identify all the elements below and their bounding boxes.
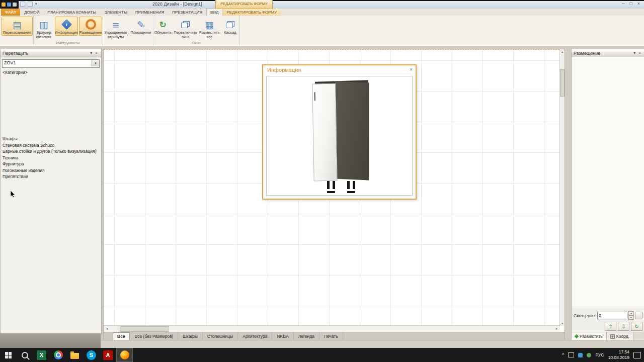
cabinet-handle bbox=[314, 92, 315, 101]
information-window-titlebar[interactable]: Информация × bbox=[263, 65, 416, 75]
tray-display-icon[interactable] bbox=[568, 352, 574, 357]
tab-view[interactable]: ВИД bbox=[206, 9, 223, 16]
list-item[interactable]: Барные стойки и другое (Только визуализа… bbox=[1, 148, 101, 155]
panel-close-icon[interactable]: × bbox=[94, 51, 99, 55]
title-bar: ▾ 2020 Дизайн - [Design1] РЕДАКТИРОВАТЬ … bbox=[0, 0, 644, 9]
cascade-icon bbox=[226, 18, 234, 31]
taskbar-clock[interactable]: 17:54 10.08.2019 bbox=[608, 349, 629, 360]
drag-panel-title: Перетащить bbox=[3, 51, 89, 56]
close-button[interactable]: × bbox=[637, 1, 640, 6]
list-item[interactable]: Фурнитура bbox=[1, 161, 101, 167]
application-window: ▾ 2020 Дизайн - [Design1] РЕДАКТИРОВАТЬ … bbox=[0, 0, 644, 362]
tab-room-planning[interactable]: ПЛАНИРОВКА КОМНАТЫ bbox=[44, 9, 101, 16]
save-icon[interactable] bbox=[13, 3, 17, 7]
maximize-button[interactable]: □ bbox=[629, 1, 632, 6]
cascade-button[interactable]: Каскад bbox=[221, 17, 239, 36]
sheet-tab-cabinets[interactable]: Шкафы bbox=[178, 332, 203, 340]
information-button[interactable]: i Информация bbox=[55, 17, 78, 36]
tab-place[interactable]: Разместить bbox=[572, 332, 607, 340]
placement-action-button[interactable]: ↻ bbox=[631, 322, 642, 331]
clock-date: 10.08.2019 bbox=[608, 355, 629, 360]
catalog-browser-button[interactable]: ▥ Браузер каталога bbox=[34, 17, 54, 40]
offset-extra-button[interactable] bbox=[635, 312, 642, 319]
placement-action-button[interactable]: ⇧ bbox=[605, 322, 616, 331]
notification-center-icon[interactable] bbox=[633, 352, 641, 358]
taskbar-excel[interactable]: X bbox=[33, 348, 50, 362]
minimize-button[interactable]: – bbox=[622, 1, 624, 6]
new-file-icon[interactable] bbox=[2, 3, 6, 7]
tab-edit-form[interactable]: РЕДАКТИРОВАТЬ ФОРМУ bbox=[222, 9, 281, 16]
clock-time: 17:54 bbox=[619, 349, 629, 355]
redo-icon[interactable] bbox=[28, 2, 33, 7]
cabinet-side bbox=[335, 81, 369, 180]
tab-file[interactable]: ФАЙЛ bbox=[1, 9, 20, 16]
refresh-button[interactable]: ↻ Обновить bbox=[153, 17, 172, 36]
sheet-tab-all[interactable]: Все bbox=[113, 332, 130, 340]
quick-access-toolbar bbox=[0, 0, 19, 9]
tab-elements[interactable]: ЭЛЕМЕНТЫ bbox=[100, 9, 131, 16]
taskbar-search-button[interactable] bbox=[17, 348, 33, 362]
context-tab-header[interactable]: РЕДАКТИРОВАТЬ ФОРМУ bbox=[215, 0, 273, 9]
open-file-icon[interactable] bbox=[7, 3, 11, 7]
canvas-vertical-scrollbar[interactable]: ▴ ▾ bbox=[559, 49, 565, 326]
horizontal-scroll-thumb[interactable] bbox=[120, 326, 169, 332]
tab-presentation[interactable]: ПРЕЗЕНТАЦИЯ bbox=[168, 9, 206, 16]
drag-mode-button[interactable]: ▤ Перетаскивание bbox=[2, 17, 33, 36]
taskbar-acrobat[interactable]: A bbox=[100, 348, 116, 362]
list-item[interactable]: Техника bbox=[1, 155, 101, 161]
tray-network-icon[interactable] bbox=[578, 353, 583, 357]
tray-expand-icon[interactable]: ^ bbox=[562, 352, 565, 358]
manufacturer-dropdown[interactable]: ZOV1 ▾ bbox=[2, 59, 100, 68]
ribbon-group-tools: ▥ Браузер каталога i Информация Размещен… bbox=[33, 16, 103, 46]
panel-close-icon[interactable]: × bbox=[637, 51, 642, 55]
tab-coordinates[interactable]: Коорд. bbox=[607, 332, 633, 340]
list-item[interactable]: Стеновая система Schuco bbox=[1, 142, 101, 149]
canvas-horizontal-scrollbar[interactable]: ◂ ▸ bbox=[104, 325, 560, 332]
sheet-tab-architecture[interactable]: Архитектура bbox=[238, 332, 272, 340]
switch-windows-button[interactable]: Переключить окна bbox=[173, 17, 198, 40]
refresh-icon: ↻ bbox=[159, 18, 167, 31]
list-item[interactable]: Препятствие bbox=[1, 173, 101, 180]
sheet-tab-print[interactable]: Печать bbox=[319, 332, 343, 340]
simple-attributes-button[interactable]: ≡ Упрощенные атрибуты bbox=[103, 17, 128, 40]
assistants-button[interactable]: ✎ Помощники bbox=[129, 17, 152, 36]
system-tray: ^ РУС 17:54 10.08.2019 bbox=[562, 348, 644, 362]
drawing-area[interactable]: Информация × ▴ bbox=[104, 49, 565, 326]
scroll-down-icon[interactable]: ▾ bbox=[560, 321, 565, 326]
taskbar-skype[interactable]: S bbox=[83, 348, 100, 362]
tab-home[interactable]: ДОМОЙ bbox=[20, 9, 43, 16]
list-item[interactable]: Шкафы bbox=[1, 136, 101, 142]
panel-chevron-icon[interactable]: ▾ bbox=[89, 51, 94, 55]
information-window-close-icon[interactable]: × bbox=[410, 67, 413, 72]
undo-icon[interactable] bbox=[20, 2, 25, 7]
offset-input[interactable] bbox=[597, 312, 627, 319]
list-item[interactable]: Погонажные изделия bbox=[1, 167, 101, 174]
excel-icon: X bbox=[37, 350, 46, 360]
arrange-all-button[interactable]: ▦ Разместить все bbox=[199, 17, 220, 40]
dock-strip bbox=[0, 333, 101, 348]
placement-action-button[interactable]: ⇩ bbox=[618, 322, 629, 331]
placement-button[interactable]: Размещение bbox=[79, 17, 102, 36]
sheet-tab-all-no-dims[interactable]: Все (без Размеров) bbox=[130, 332, 179, 340]
panel-chevron-icon[interactable]: ▾ bbox=[632, 51, 637, 55]
spinner-up-icon[interactable]: ▴ bbox=[628, 311, 634, 316]
category-label[interactable]: <Категории> bbox=[3, 70, 28, 75]
tray-shield-icon[interactable] bbox=[587, 353, 591, 357]
spinner-down-icon[interactable]: ▾ bbox=[628, 316, 634, 320]
taskbar-chrome[interactable] bbox=[50, 348, 66, 362]
sheet-tab-nkba[interactable]: NKBA bbox=[272, 332, 293, 340]
information-window[interactable]: Информация × bbox=[262, 64, 417, 200]
vertical-scroll-thumb[interactable] bbox=[560, 69, 565, 97]
language-indicator[interactable]: РУС bbox=[595, 352, 604, 357]
sheet-tab-legend[interactable]: Легенда bbox=[294, 332, 319, 340]
scroll-up-icon[interactable]: ▴ bbox=[560, 49, 565, 54]
qat-dropdown-icon[interactable]: ▾ bbox=[35, 2, 37, 6]
sheet-tab-countertops[interactable]: Столешницы bbox=[203, 332, 238, 340]
taskbar-explorer[interactable] bbox=[66, 348, 83, 362]
offset-spinner: ▴ ▾ bbox=[628, 311, 634, 320]
tab-applications[interactable]: ПРИМЕНЕНИЯ bbox=[131, 9, 168, 16]
dropdown-arrow-icon[interactable]: ▾ bbox=[92, 60, 99, 66]
start-button[interactable] bbox=[0, 348, 17, 362]
category-list: Шкафы Стеновая система Schuco Барные сто… bbox=[1, 136, 101, 180]
taskbar-firefox[interactable] bbox=[116, 348, 133, 362]
